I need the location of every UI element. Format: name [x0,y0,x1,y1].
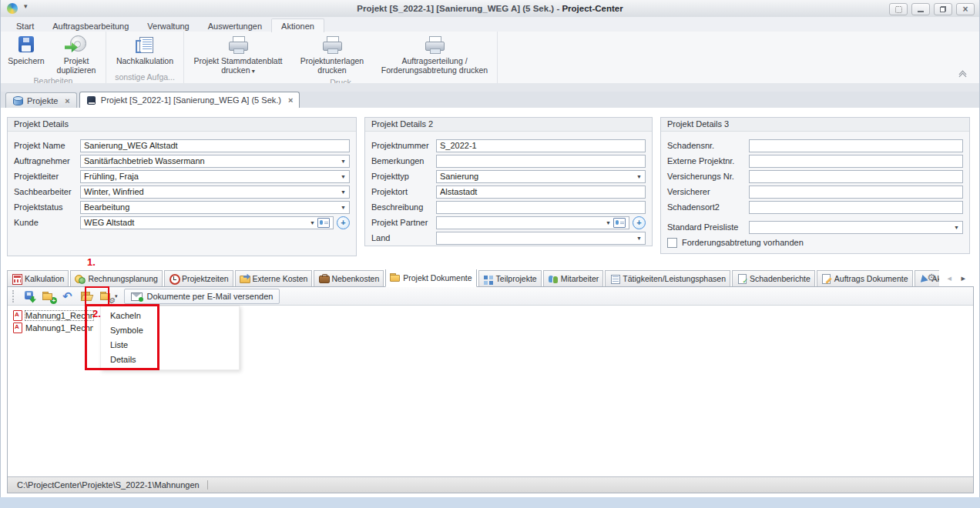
tab-mitarbeiter[interactable]: Mitarbeiter [543,270,604,287]
save-document-button[interactable] [20,289,39,304]
ribbon-tab-auftragsbearbeitung[interactable]: Auftragsbearbeitung [43,19,138,32]
panel-title: Projekt Details 3 [661,118,969,132]
tab-tätigkeiten-leistungsphasen[interactable]: Tätigkeiten/Leistungsphasen [605,270,730,287]
field-row-projekttyp: ProjekttypSanierung▼ [365,169,652,184]
tab-kalkulation[interactable]: Kalkulation [7,270,69,287]
field-label: Versicherer [667,187,749,196]
document-item[interactable]: Mahnung1_Rechnung [12,322,93,333]
field-bemerkungen[interactable] [436,155,646,168]
tab-projektzeiten[interactable]: Projektzeiten [164,270,233,287]
ribbon-button-auftragserteilung-forderungsabtretung-drucken[interactable]: Auftragserteilung / Forderungsabtretung … [375,33,494,76]
field-projektstatus[interactable]: Bearbeitung▼ [80,201,350,214]
field-value: Alstastadt [440,187,642,196]
add-kunde-button[interactable]: + [337,216,350,229]
field-value: Sanitärfachbetrieb Wassermann [84,156,338,165]
field-land[interactable]: ▼ [436,232,646,245]
ribbon-button-nachkalkulation[interactable]: Nachkalkulation [109,33,180,67]
undo-button[interactable] [59,289,78,304]
field-projekt-partner[interactable]: ▼ [436,216,629,229]
field-schadensnr[interactable] [749,139,963,152]
field-label: Projektstatus [14,202,80,212]
field-versicherungs-nr[interactable] [749,170,963,183]
field-row-auftragnehmer: AuftragnehmerSanitärfachbetrieb Wasserma… [8,153,356,169]
close-tab-icon[interactable]: × [288,95,293,105]
field-projektleiter[interactable]: Frühling, Fraja▼ [80,170,350,183]
combo-dropdown-icon[interactable]: ▼ [954,225,959,230]
add-projekt-partner-button[interactable]: + [633,216,646,229]
close-tab-icon[interactable]: × [65,96,69,105]
tab-auftrags-dokumente[interactable]: Auftrags Dokumente [817,270,913,287]
tab-externe-kosten[interactable]: Externe Kosten [235,270,313,287]
minimize-button[interactable] [911,3,930,15]
combo-dropdown-icon[interactable]: ▼ [636,174,642,179]
document-tab-projekte[interactable]: Projekte× [5,92,77,108]
tab-label: Tätigkeiten/Leistungsphasen [623,274,726,283]
email-icon [131,292,143,301]
combo-dropdown-icon[interactable]: ▼ [341,174,346,179]
field-row-projekt-partner: Projekt Partner▼+ [365,215,652,230]
ribbon-group-label: sonstige Aufga... [109,72,180,83]
tab-schadenberichte[interactable]: Schadenberichte [732,270,815,287]
annotation-step-1-label: 1. [87,256,96,268]
tab-scroll-left-icon[interactable]: ◂ [947,273,951,283]
ribbon-button-projektunterlagen-drucken[interactable]: Projektunterlagen drucken [290,33,374,76]
tab-projekt-dokumente[interactable]: Projekt Dokumente [385,269,476,287]
field-value: S_2022-1 [440,141,642,150]
field-beschreibung[interactable] [436,201,646,214]
combo-dropdown-icon[interactable]: ▼ [606,220,611,226]
field-versicherer[interactable] [749,185,963,199]
field-label: Bemerkungen [371,156,436,165]
tab-settings-gear-icon[interactable]: ⚙ [927,272,936,283]
combo-dropdown-icon[interactable]: ▼ [341,159,346,164]
field-projektort[interactable]: Alstastadt [436,185,646,199]
tab-scroll-right-icon[interactable]: ▸ [961,273,965,283]
combo-dropdown-icon[interactable]: ▼ [310,220,315,226]
restore-button[interactable] [934,3,952,15]
ribbon-button-projekt-stammdatenblatt-drucken[interactable]: Projekt Stammdatenblatt drucken ▾ [187,33,289,78]
document-tab-projekt-s-2022-1-sanierung-weg[interactable]: Projekt [S_2022-1] [Sanierung_WEG A] (5 … [79,92,300,108]
close-button[interactable]: × [956,3,975,15]
field-projekt-name[interactable]: Sanierung_WEG Altstadt [80,139,350,152]
annotation-rect-view-icon [85,286,109,306]
document-name: Mahnung1_Rechnung [25,323,93,333]
combo-dropdown-icon[interactable]: ▼ [341,205,346,210]
checkbox-forderungsabtretung-vorhanden[interactable] [667,238,677,248]
field-standard-preisliste[interactable]: ▼ [749,221,963,234]
field-sachbearbeiter[interactable]: Winter, Winfried▼ [80,185,350,199]
field-projekttyp[interactable]: Sanierung▼ [436,170,646,183]
collapse-ribbon-icon[interactable] [958,71,968,79]
field-externe-projektnr[interactable] [749,155,963,168]
calc-icon [12,274,22,284]
send-documents-email-button[interactable]: Dokumente per E-Mail versenden [124,289,280,304]
ribbon-button-speichern[interactable]: Speichern [4,33,49,67]
ribbon-tab-auswertungen[interactable]: Auswertungen [199,19,271,32]
field-row-schadensnr: Schadensnr. [661,138,969,153]
ribbon-button-projekt-duplizieren[interactable]: Projekt duplizieren [50,33,102,76]
field-value: Sanierung [440,172,634,181]
field-kunde[interactable]: WEG Altstadt▼ [80,216,334,229]
ribbon-tab-verwaltung[interactable]: Verwaltung [138,19,198,32]
ribbon-tab-aktionen[interactable]: Aktionen [271,18,324,32]
tab-rechnungsplanung[interactable]: Rechnungsplanung [70,270,163,287]
field-schadensort2[interactable] [749,201,963,214]
dropdown-arrow-icon[interactable]: ▾ [115,293,118,299]
contact-card-icon[interactable] [613,218,626,228]
field-label: Versicherungs Nr. [667,172,749,181]
document-item[interactable]: Mahnung1_Rechnung [12,309,93,321]
ribbon-button-label: Nachkalkulation [116,56,173,65]
combo-dropdown-icon[interactable]: ▼ [341,189,346,195]
field-projektnummer[interactable]: S_2022-1 [436,139,646,152]
pdf-icon [12,323,23,333]
contact-card-icon[interactable] [317,218,330,228]
field-auftragnehmer[interactable]: Sanitärfachbetrieb Wassermann▼ [80,155,350,168]
field-row-standard-preisliste: Standard Preisliste▼ [661,219,969,235]
restore-icon [940,6,946,12]
desktop-strip [0,497,980,508]
field-label: Projekttyp [371,172,436,181]
tab-teilprojekte[interactable]: Teilprojekte [478,270,542,287]
fit-window-button[interactable] [889,3,908,15]
combo-dropdown-icon[interactable]: ▼ [636,236,642,241]
tab-nebenkosten[interactable]: Nebenkosten [314,270,384,287]
ribbon-tab-start[interactable]: Start [7,19,43,32]
add-document-button[interactable] [39,289,59,304]
